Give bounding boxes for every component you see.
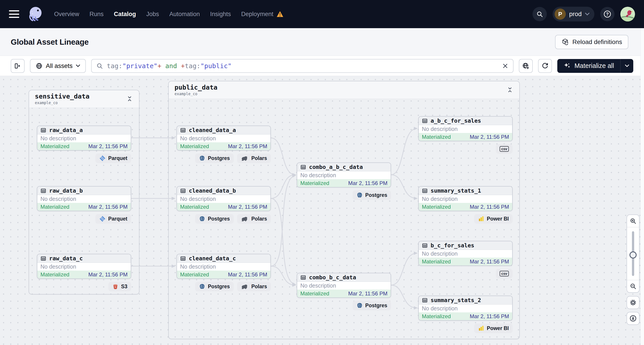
reload-definitions-button[interactable]: Reload definitions <box>555 35 628 49</box>
asset-status-row: Materialized Mar 2, 11:56 PM <box>177 270 270 278</box>
asset-description: No description <box>297 282 390 290</box>
postgres-icon <box>199 155 205 162</box>
asset-card[interactable]: combo_a_b_c_data No description Material… <box>297 162 391 188</box>
asset-card[interactable]: raw_data_b No description Materialized M… <box>37 186 131 211</box>
asset-card[interactable]: combo_b_c_data No description Materializ… <box>297 273 391 298</box>
menu-icon[interactable] <box>9 10 19 18</box>
asset-node-summary_stats_1[interactable]: summary_stats_1 No description Materiali… <box>418 186 512 224</box>
avatar-bird-image <box>620 7 635 22</box>
nav-item-catalog[interactable]: Catalog <box>114 11 136 18</box>
collapse-group-button[interactable] <box>126 94 133 103</box>
asset-card[interactable]: raw_data_a No description Materialized M… <box>37 126 131 150</box>
search-query-text: tag:"private"+ and +tag:"public" <box>107 62 232 70</box>
query-and-keyword: and <box>161 62 181 70</box>
asset-card[interactable]: a_b_c_for_sales No description Materiali… <box>418 116 512 141</box>
nav-item-runs[interactable]: Runs <box>90 11 104 18</box>
query-tag-value: "public" <box>200 62 232 70</box>
asset-node-cleaned_data_b[interactable]: cleaned_data_b No description Materializ… <box>176 186 271 224</box>
asset-card-header: summary_stats_2 <box>419 296 512 304</box>
lineage-graph-canvas[interactable]: sensitive_data example_co public_data ex… <box>0 76 640 345</box>
nav-item-deployment[interactable]: Deployment <box>241 11 284 18</box>
globe-plus-icon <box>522 62 529 70</box>
asset-card[interactable]: raw_data_c No description Materialized M… <box>37 254 131 279</box>
vertical-scrollbar[interactable] <box>640 28 644 345</box>
kind-badge-powerbi: Power BI <box>474 214 512 224</box>
search-button[interactable] <box>532 7 547 21</box>
asset-card[interactable]: summary_stats_2 No description Materiali… <box>418 296 512 321</box>
asset-node-combo_b_c_data[interactable]: combo_b_c_data No description Materializ… <box>297 273 391 310</box>
kind-badges: Parquet <box>37 154 131 163</box>
user-avatar[interactable] <box>620 7 635 22</box>
asset-node-b_c_for_sales[interactable]: b_c_for_sales No description Materialize… <box>418 241 512 278</box>
asset-card[interactable]: summary_stats_1 No description Materiali… <box>418 186 512 211</box>
asset-status-row: Materialized Mar 2, 11:56 PM <box>419 203 512 211</box>
kind-badge-label: Parquet <box>108 216 127 222</box>
collapse-group-button[interactable] <box>506 85 514 94</box>
kind-badge-csv: csv <box>496 269 512 278</box>
zoom-slider[interactable] <box>627 227 639 280</box>
asset-node-cleaned_data_c[interactable]: cleaned_data_c No description Materializ… <box>176 254 271 291</box>
asset-card[interactable]: cleaned_data_b No description Materializ… <box>176 186 271 211</box>
materialize-all-button[interactable]: Materialize all <box>557 59 620 73</box>
kind-badges: Postgres Polars <box>176 154 271 163</box>
asset-node-cleaned_data_a[interactable]: cleaned_data_a No description Materializ… <box>176 126 271 163</box>
download-image-button[interactable] <box>626 312 640 325</box>
materialize-options-button[interactable] <box>620 59 633 73</box>
group-name: sensitive_data <box>35 92 90 100</box>
asset-node-raw_data_a[interactable]: raw_data_a No description Materialized M… <box>37 126 131 163</box>
asset-node-a_b_c_for_sales[interactable]: a_b_c_for_sales No description Materiali… <box>418 116 512 154</box>
nav-item-overview[interactable]: Overview <box>54 11 79 18</box>
zoom-out-button[interactable] <box>627 280 639 292</box>
nav-right: P prod ? <box>532 7 635 22</box>
open-left-panel-button[interactable] <box>11 59 24 73</box>
asset-card[interactable]: cleaned_data_a No description Materializ… <box>176 126 271 150</box>
asset-card-header: raw_data_c <box>37 254 131 263</box>
kind-badge-postgres: Postgres <box>195 154 234 163</box>
deployment-name: prod <box>569 10 582 18</box>
asset-card[interactable]: b_c_for_sales No description Materialize… <box>418 241 512 266</box>
nav-label: Insights <box>210 11 231 18</box>
zoom-in-icon <box>630 218 636 224</box>
asset-card-header: b_c_for_sales <box>419 241 512 250</box>
status-timestamp: Mar 2, 11:56 PM <box>228 204 267 210</box>
help-button[interactable]: ? <box>600 7 614 21</box>
asset-status-row: Materialized Mar 2, 11:56 PM <box>37 203 131 211</box>
kind-badge-label: Postgres <box>365 302 387 308</box>
nav-item-automation[interactable]: Automation <box>170 11 200 18</box>
zoom-slider-thumb[interactable] <box>630 252 637 258</box>
kind-badge-csv: csv <box>496 144 512 154</box>
deployment-switcher[interactable]: P prod <box>552 7 594 22</box>
kind-badge-label: Postgres <box>365 192 387 198</box>
asset-search-input[interactable]: tag:"private"+ and +tag:"public" <box>91 59 514 73</box>
zoom-out-icon <box>630 283 636 290</box>
asset-scope-dropdown[interactable]: All assets <box>30 59 86 73</box>
asset-name: combo_a_b_c_data <box>309 164 363 170</box>
refresh-button[interactable] <box>538 59 552 73</box>
status-timestamp: Mar 2, 11:56 PM <box>88 204 128 210</box>
group-header: sensitive_data example_co <box>29 90 139 108</box>
download-icon <box>630 315 637 322</box>
kind-badge-label: Polars <box>252 284 267 290</box>
nav-items: Overview Runs Catalog Jobs Automation In… <box>54 11 284 18</box>
asset-node-raw_data_b[interactable]: raw_data_b No description Materialized M… <box>37 186 131 224</box>
asset-name: combo_b_c_data <box>309 274 356 281</box>
asset-node-raw_data_c[interactable]: raw_data_c No description Materialized M… <box>37 254 131 291</box>
asset-node-summary_stats_2[interactable]: summary_stats_2 No description Materiali… <box>418 296 512 333</box>
csv-icon: csv <box>500 271 509 276</box>
query-tag-value: "private" <box>122 62 158 70</box>
asset-node-combo_a_b_c_data[interactable]: combo_a_b_c_data No description Material… <box>297 162 391 200</box>
status-timestamp: Mar 2, 11:56 PM <box>470 204 509 210</box>
zoom-in-button[interactable] <box>627 215 639 227</box>
status-label: Materialized <box>422 134 451 140</box>
nav-item-insights[interactable]: Insights <box>210 11 231 18</box>
asset-card[interactable]: cleaned_data_c No description Materializ… <box>176 254 271 279</box>
nav-item-jobs[interactable]: Jobs <box>146 11 159 18</box>
clear-search-button[interactable] <box>502 63 508 69</box>
add-to-graph-button[interactable] <box>519 59 533 73</box>
powerbi-icon <box>478 216 484 222</box>
kind-badge-label: Postgres <box>208 284 230 290</box>
graph-settings-button[interactable] <box>626 296 640 309</box>
help-icon: ? <box>604 10 611 18</box>
table-icon <box>422 118 428 124</box>
refresh-icon <box>542 62 548 70</box>
